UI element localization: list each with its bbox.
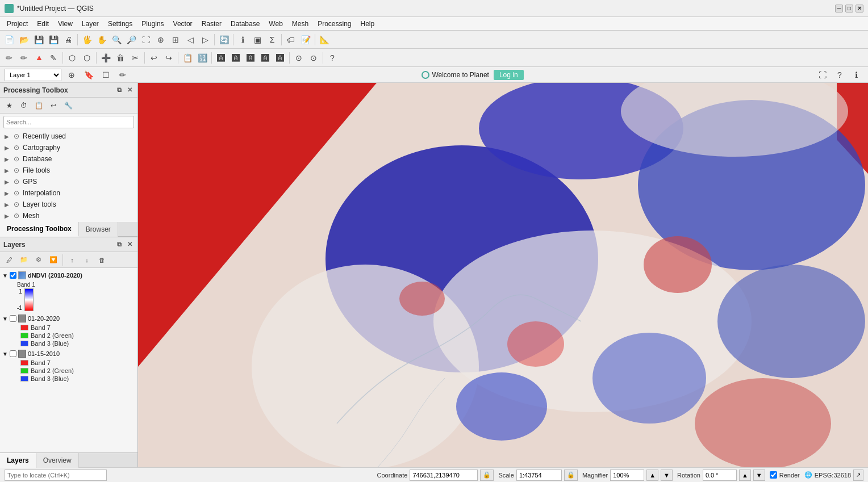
- rotation-down-button[interactable]: ▼: [753, 470, 765, 481]
- bottom-tab-layers[interactable]: Layers: [0, 453, 36, 468]
- label-show-btn[interactable]: 🅰: [244, 51, 257, 65]
- rotation-input[interactable]: [703, 470, 737, 481]
- menu-database[interactable]: Database: [226, 19, 264, 29]
- select-button[interactable]: ▣: [251, 33, 264, 47]
- field-calc-button[interactable]: 🔢: [195, 51, 209, 65]
- annotation-button[interactable]: 📝: [299, 33, 312, 47]
- menu-settings[interactable]: Settings: [103, 19, 137, 29]
- new-project-button[interactable]: 📄: [2, 33, 16, 47]
- menu-mesh[interactable]: Mesh: [287, 19, 313, 29]
- undo-button[interactable]: ↩: [147, 51, 161, 65]
- zoom-full-button[interactable]: ⛶: [139, 33, 153, 47]
- epsg-button[interactable]: ↗: [853, 470, 863, 481]
- question-button[interactable]: ?: [833, 68, 846, 82]
- layers-remove-btn[interactable]: 🗑: [95, 253, 108, 267]
- zoom-selection-button[interactable]: ⊞: [169, 33, 182, 47]
- delete-selected-button[interactable]: 🗑: [114, 51, 127, 65]
- menu-help[interactable]: Help: [356, 19, 379, 29]
- proc-settings-button[interactable]: 🔧: [61, 99, 75, 112]
- help-button[interactable]: ?: [326, 51, 339, 65]
- layers-move-up-btn[interactable]: ↑: [65, 253, 79, 267]
- save-as-button[interactable]: 💾: [47, 33, 60, 47]
- zoom-layer-button[interactable]: ⊕: [154, 33, 168, 47]
- go-to-coord-button[interactable]: ⊕: [65, 68, 78, 82]
- tree-item-recently-used[interactable]: ▶ ⊙ Recently used: [0, 131, 137, 142]
- tree-item-layer-tools[interactable]: ▶ ⊙ Layer tools: [0, 199, 137, 210]
- proc-history-button[interactable]: ⏱: [17, 99, 31, 112]
- layer-row-2020[interactable]: ▼ 01-20-2020: [0, 313, 137, 324]
- zoom-previous-button[interactable]: ◁: [183, 33, 197, 47]
- proc-results-button[interactable]: 📋: [32, 99, 45, 112]
- menu-view[interactable]: View: [53, 19, 77, 29]
- bottom-tab-overview[interactable]: Overview: [36, 453, 79, 468]
- locate-input[interactable]: [5, 470, 107, 481]
- tab-browser[interactable]: Browser: [79, 222, 118, 237]
- node-btn2[interactable]: ⬡: [80, 51, 94, 65]
- cut-feature-button[interactable]: ✂: [128, 51, 142, 65]
- digitize-btn4[interactable]: ✎: [47, 51, 60, 65]
- zoom-out-button[interactable]: 🔎: [124, 33, 138, 47]
- digitize-btn1[interactable]: ✏: [2, 51, 16, 65]
- bookmark-button[interactable]: 🔖: [82, 68, 95, 82]
- login-button[interactable]: Log in: [494, 70, 524, 80]
- magnifier-input[interactable]: [610, 470, 644, 481]
- layers-add-group-btn[interactable]: 📁: [17, 253, 31, 267]
- minimize-button[interactable]: ─: [835, 5, 843, 12]
- tree-item-database[interactable]: ▶ ⊙ Database: [0, 153, 137, 165]
- node-tool-button[interactable]: ⬡: [65, 51, 79, 65]
- coordinate-input[interactable]: [410, 470, 478, 481]
- label-edit-btn[interactable]: 🅰: [214, 51, 228, 65]
- layer-check-2020[interactable]: [10, 315, 16, 322]
- close-button[interactable]: ✕: [856, 5, 863, 12]
- layer-check-dndvi[interactable]: [10, 272, 16, 279]
- redo-button[interactable]: ↪: [162, 51, 176, 65]
- magnifier-down-button[interactable]: ▼: [661, 470, 673, 481]
- proc-close-button[interactable]: ✕: [125, 86, 134, 95]
- refresh-button[interactable]: 🔄: [217, 33, 231, 47]
- pan-arrow-button[interactable]: ✋: [95, 33, 108, 47]
- digitize-btn3[interactable]: 🔺: [32, 51, 45, 65]
- menu-web[interactable]: Web: [264, 19, 287, 29]
- open-project-button[interactable]: 📂: [17, 33, 31, 47]
- label-pin-btn[interactable]: 🅰: [229, 51, 243, 65]
- digitize-circle-btn[interactable]: ⊙: [292, 51, 306, 65]
- tree-item-gps[interactable]: ▶ ⊙ GPS: [0, 176, 137, 187]
- render-checkbox[interactable]: [770, 471, 777, 479]
- zoom-next-button[interactable]: ▷: [198, 33, 212, 47]
- layers-float-button[interactable]: ⧉: [115, 240, 124, 249]
- decoration-button[interactable]: ☐: [99, 68, 112, 82]
- menu-vector[interactable]: Vector: [169, 19, 197, 29]
- tree-item-file-tools[interactable]: ▶ ⊙ File tools: [0, 165, 137, 176]
- digitize-rect-btn[interactable]: ⊙: [307, 51, 320, 65]
- tree-item-mesh[interactable]: ▶ ⊙ Mesh: [0, 210, 137, 221]
- attr-table-button[interactable]: 📋: [181, 51, 194, 65]
- tab-processing-toolbox[interactable]: Processing Toolbox: [0, 222, 79, 237]
- proc-float-button[interactable]: ⧉: [115, 86, 124, 95]
- save-project-button[interactable]: 💾: [32, 33, 45, 47]
- tree-item-interpolation[interactable]: ▶ ⊙ Interpolation: [0, 187, 137, 199]
- menu-processing[interactable]: Processing: [313, 19, 356, 29]
- proc-undo-button[interactable]: ↩: [47, 99, 60, 112]
- layers-move-down-btn[interactable]: ↓: [80, 253, 94, 267]
- layer-row-2010[interactable]: ▼ 01-15-2010: [0, 349, 137, 359]
- menu-raster[interactable]: Raster: [197, 19, 226, 29]
- layer-check-2010[interactable]: [10, 350, 16, 357]
- expand-button[interactable]: ⛶: [816, 68, 829, 82]
- zoom-in-button[interactable]: 🔍: [110, 33, 123, 47]
- proc-favorites-button[interactable]: ★: [2, 99, 16, 112]
- scale-lock-button[interactable]: 🔒: [564, 470, 578, 481]
- add-feature-button[interactable]: ➕: [99, 51, 112, 65]
- layers-close-button[interactable]: ✕: [125, 240, 134, 249]
- menu-project[interactable]: Project: [2, 19, 32, 29]
- measure-button[interactable]: 📐: [318, 33, 331, 47]
- label-hide-btn[interactable]: 🅰: [258, 51, 272, 65]
- layers-filter-btn[interactable]: 🔽: [47, 253, 60, 267]
- scale-input[interactable]: [516, 470, 562, 481]
- processing-search-input[interactable]: [3, 116, 134, 128]
- map-area[interactable]: [138, 83, 868, 467]
- menu-edit[interactable]: Edit: [32, 19, 53, 29]
- label-button[interactable]: 🏷: [284, 33, 298, 47]
- statistics-button[interactable]: Σ: [265, 33, 279, 47]
- menu-layer[interactable]: Layer: [77, 19, 103, 29]
- menu-plugins[interactable]: Plugins: [137, 19, 168, 29]
